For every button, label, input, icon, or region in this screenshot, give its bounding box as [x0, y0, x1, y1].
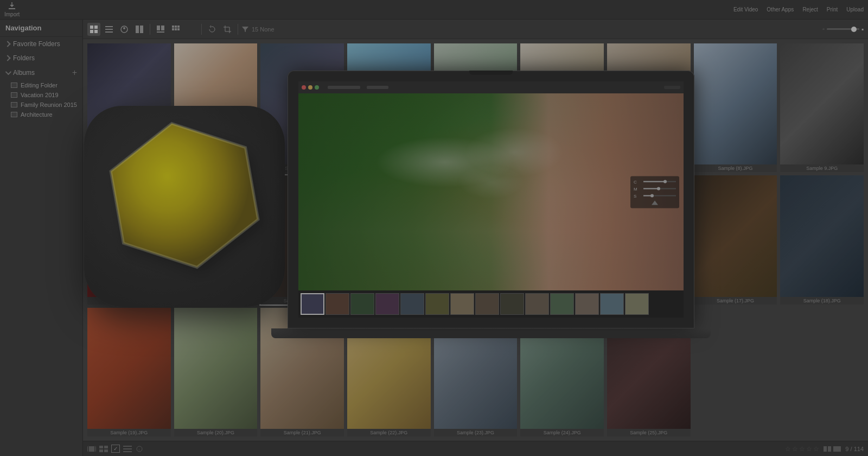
upload-button[interactable]: Upload — [846, 7, 864, 12]
photo-cell-20[interactable]: Sample (20).JPG — [174, 308, 258, 436]
photo-thumb-10 — [87, 175, 171, 296]
photo-bg-24 — [520, 308, 604, 429]
album-icon — [11, 92, 17, 98]
photo-label-14: Sample 14.JPG — [434, 297, 518, 305]
album-label-family: Family Reunion 2015 — [21, 102, 77, 108]
svg-rect-5 — [105, 26, 113, 27]
bottom-bar-right: ☆ ☆ ☆ ☆ ☆ 9 / 114 — [785, 445, 864, 453]
photo-label-2: Sample 2.JPG — [174, 164, 258, 172]
photo-cell-9[interactable]: Sample 9.JPG — [780, 43, 864, 172]
photo-label-20: Sample (20).JPG — [174, 429, 258, 436]
page-counter: 9 / 114 — [845, 446, 864, 452]
list-view-button[interactable] — [103, 23, 116, 36]
star-1[interactable]: ☆ — [785, 445, 791, 453]
photo-thumb-9 — [780, 43, 864, 164]
photo-cell-13[interactable]: Sample 13.JPG — [347, 175, 431, 304]
zoom-slider[interactable]: ▫ ▪ — [822, 26, 864, 33]
photo-thumb-19 — [87, 308, 171, 429]
photo-bg-22 — [347, 308, 431, 429]
photo-bg-11 — [174, 175, 258, 296]
photo-bg-25 — [607, 308, 691, 429]
photo-cell-17[interactable]: Sample (17).JPG — [694, 175, 777, 304]
sidebar-item-architecture[interactable]: Architecture — [0, 110, 82, 119]
sidebar-item-favorite-folders[interactable]: Favorite Folders — [0, 37, 82, 51]
sidebar-item-editing-folder[interactable]: Editing Folder — [0, 80, 82, 90]
compare-button[interactable] — [133, 23, 146, 36]
star-5[interactable]: ☆ — [813, 445, 819, 453]
photo-label-7: Sample 7.JPG — [607, 164, 691, 172]
view-icon-1 — [824, 446, 831, 452]
photo-cell-10[interactable]: Sample 10.JPG — [87, 175, 171, 304]
other-apps-button[interactable]: Other Apps — [767, 7, 794, 12]
photo-cell-19[interactable]: Sample (19).JPG — [87, 308, 171, 436]
svg-rect-20 — [177, 28, 180, 30]
photo-cell-8[interactable]: Sample (8).JPG — [694, 43, 777, 172]
photo-thumb-20 — [174, 308, 258, 429]
zoom-thumb[interactable] — [851, 27, 857, 32]
photo-cell-1[interactable]: Sample 1.JPG — [87, 43, 171, 172]
import-button[interactable]: Import — [4, 2, 20, 17]
photo-cell-24[interactable]: Sample (24).JPG — [520, 308, 604, 436]
rotate-button[interactable] — [206, 23, 219, 36]
svg-rect-1 — [90, 26, 93, 29]
photo-cell-16[interactable]: Sample 16.JPG — [607, 175, 691, 304]
edit-video-button[interactable]: Edit Video — [733, 7, 758, 12]
face-view-button[interactable] — [118, 23, 131, 36]
photo-bg-7 — [607, 43, 691, 164]
photo-cell-3[interactable]: Sample (3).JPG — [260, 43, 344, 172]
chevron-down-icon — [5, 69, 11, 75]
sort-button[interactable] — [184, 23, 197, 36]
album-icon — [11, 112, 17, 117]
print-button[interactable]: Print — [827, 7, 838, 12]
photo-cell-2[interactable]: Sample 2.JPG — [174, 43, 258, 172]
photo-bg-2 — [174, 43, 258, 164]
grid-view-button[interactable] — [87, 23, 100, 36]
star-4[interactable]: ☆ — [806, 445, 812, 453]
chevron-right-icon — [4, 55, 10, 61]
photo-label-1: Sample 1.JPG — [87, 164, 171, 172]
photo-cell-11[interactable]: Sample 11.JPG — [174, 175, 258, 304]
svg-rect-23 — [94, 446, 95, 452]
photo-cell-12[interactable]: Sample (12).JPG — [260, 175, 344, 304]
photo-cell-22[interactable]: Sample (22).JPG — [347, 308, 431, 436]
photo-bg-1 — [87, 43, 171, 164]
photo-cell-6[interactable]: Sample 6.JPG — [520, 43, 604, 172]
photo-cell-23[interactable]: Sample (23).JPG — [434, 308, 518, 436]
sidebar-item-folders[interactable]: Folders — [0, 51, 82, 65]
album-icon — [11, 102, 17, 107]
photo-cell-4[interactable]: Sample 4.JPG — [347, 43, 431, 172]
dual-view-button[interactable] — [154, 23, 167, 36]
photo-thumb-12 — [260, 175, 344, 296]
photo-cell-25[interactable]: Sample (25).JPG — [607, 308, 691, 436]
star-3[interactable]: ☆ — [799, 445, 805, 453]
photo-bg-3 — [260, 43, 344, 164]
zoom-track[interactable] — [827, 28, 859, 30]
photo-cell-15[interactable]: Sample 15.JPG — [520, 175, 604, 304]
svg-rect-14 — [157, 31, 164, 33]
add-album-button[interactable]: + — [72, 68, 77, 78]
photo-cell-5[interactable]: Sample 5.JPG — [434, 43, 518, 172]
star-2[interactable]: ☆ — [792, 445, 798, 453]
view-toolbar: 15 None ▫ ▪ — [83, 20, 868, 39]
sidebar-item-family-reunion[interactable]: Family Reunion 2015 — [0, 100, 82, 110]
photo-thumb-14 — [434, 175, 518, 296]
reject-button[interactable]: Reject — [802, 7, 818, 12]
sidebar-item-vacation[interactable]: Vacation 2019 — [0, 90, 82, 100]
photo-label-3: Sample (3).JPG — [260, 164, 344, 172]
photo-bg-16 — [607, 175, 691, 296]
sidebar: Navigation Favorite Folders Folders Albu… — [0, 20, 83, 456]
star-rating[interactable]: ☆ ☆ ☆ ☆ ☆ — [785, 445, 819, 453]
photo-cell-21[interactable]: Sample (21).JPG — [260, 308, 344, 436]
crop-button[interactable] — [221, 23, 234, 36]
svg-rect-11 — [140, 26, 143, 33]
photo-cell-7[interactable]: Sample 7.JPG — [607, 43, 691, 172]
svg-rect-18 — [172, 28, 174, 30]
photo-cell-18[interactable]: Sample (18).JPG — [780, 175, 864, 304]
main-layout: Navigation Favorite Folders Folders Albu… — [0, 20, 868, 456]
svg-rect-4 — [94, 30, 98, 33]
zoom-min-icon: ▫ — [822, 26, 825, 32]
photo-bg-9 — [780, 43, 864, 164]
svg-rect-10 — [136, 26, 139, 33]
multi-view-button[interactable] — [169, 23, 182, 36]
photo-cell-14[interactable]: Sample 14.JPG — [434, 175, 518, 304]
